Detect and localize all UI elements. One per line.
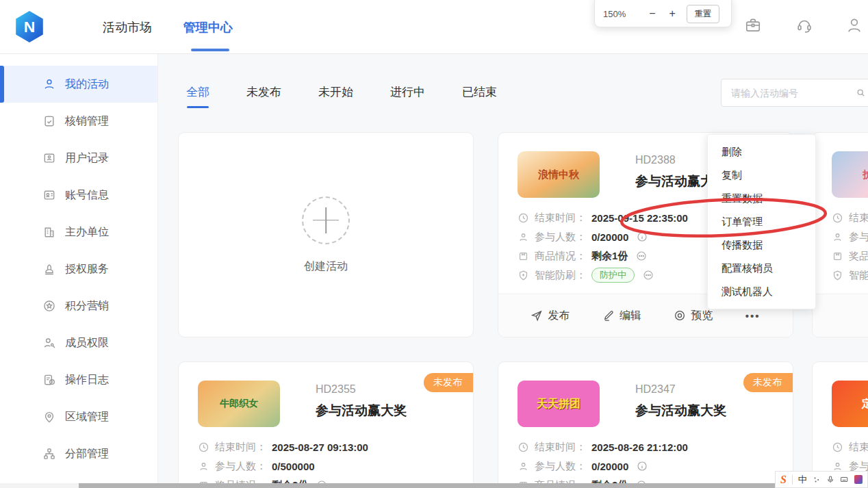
protection-status-badge: 防护中 [591,268,635,283]
status-tabs: 全部 未发布 未开始 进行中 已结束 [186,84,497,108]
activity-card-hd2347: 未发布 天天拼团 HD2347 参与活动赢大奖 结束时间： 2025-08-26… [498,361,793,488]
participants-icon [832,231,843,243]
goods-icon [518,251,529,262]
more-circle-icon[interactable] [643,270,654,281]
search-icon[interactable] [856,87,865,99]
participants-icon [518,231,529,243]
sidebar-item-label: 成员权限 [65,336,109,350]
org-chart-icon [42,447,56,461]
menu-item-copy[interactable]: 复制 [708,164,815,187]
clock-icon [518,441,529,453]
nav-management-center[interactable]: 管理中心 [183,19,233,36]
activity-thumbnail[interactable]: 护肤 [832,151,868,198]
sidebar-item-operation-log[interactable]: 操作日志 [0,361,157,398]
tab-not-started[interactable]: 未开始 [318,84,353,108]
app-logo-icon[interactable]: N [12,10,47,44]
prize-row: 奖品情况： [832,246,868,266]
tab-all[interactable]: 全部 [186,84,209,108]
menu-item-delete[interactable]: 删除 [708,140,815,164]
clock-icon [832,441,843,453]
participants-icon [518,461,529,472]
headset-icon[interactable] [795,16,813,34]
user-profile-icon[interactable] [845,16,863,34]
sidebar-item-label: 积分营销 [65,299,109,313]
sidebar-item-region-management[interactable]: 区域管理 [0,398,157,435]
menu-item-reset-data[interactable]: 重置数据 [708,187,815,210]
sidebar-item-label: 主办单位 [65,225,109,240]
preview-icon [674,309,686,322]
user-icon [42,77,56,91]
activity-thumbnail[interactable]: 天天拼团 [518,381,600,427]
menu-item-order-management[interactable]: 订单管理 [708,210,815,233]
shield-plus-icon [518,270,529,281]
clock-icon [518,212,529,224]
end-time-row: 结束时间： 2025-08-26 21:12:00 [518,437,779,457]
scrollbar-thumb[interactable] [79,483,868,488]
top-header: N 活动市场 管理中心 [0,0,868,54]
activity-title: 参与活动赢大奖 [635,402,726,420]
menu-item-configure-verifier[interactable]: 配置核销员 [708,257,815,280]
zoom-in-button[interactable]: + [669,8,676,19]
zoom-level: 150% [603,9,626,19]
briefcase-icon[interactable] [744,16,762,34]
activity-thumbnail[interactable]: 浪情中秋 [518,151,600,198]
sidebar-item-member-permissions[interactable]: 成员权限 [0,324,157,361]
activity-thumbnail[interactable]: 定时 [832,381,868,427]
activity-code: HD2355 [316,383,407,396]
clock-icon [832,212,843,224]
sidebar-item-my-activities[interactable]: 我的活动 [0,66,157,103]
activity-card-partial-top: 护肤 结束时间： 参与人数： 奖品情况： 智能防刷： 发布 [812,132,868,337]
account-card-icon [42,188,56,202]
menu-item-spread-data[interactable]: 传播数据 [708,233,815,257]
tab-in-progress[interactable]: 进行中 [390,84,425,108]
activity-card-hd2355: 未发布 牛郎织女 HD2355 参与活动赢大奖 结束时间： 2025-08-27… [178,361,474,488]
preview-button[interactable]: 预览 [674,309,713,323]
divider [792,475,793,485]
nav-activity-market[interactable]: 活动市场 [103,19,152,36]
sidebar-item-label: 分部管理 [65,447,109,461]
edit-button[interactable]: 编辑 [602,309,641,323]
sidebar-item-organizer[interactable]: 主办单位 [0,214,157,251]
medal-star-icon [42,299,56,313]
tools-dots-icon[interactable] [813,475,821,484]
tab-ended[interactable]: 已结束 [462,84,497,108]
card-actions: 发布 [813,294,868,337]
ime-mode-chinese[interactable]: 中 [798,474,807,486]
participants-row: 参与人数： [832,227,868,246]
activity-thumbnail[interactable]: 牛郎织女 [198,381,280,427]
sogou-logo-icon[interactable]: S [780,474,787,486]
keyboard-icon[interactable] [840,475,848,484]
zoom-reset-button[interactable]: 重置 [687,5,719,23]
menu-item-test-robot[interactable]: 测试机器人 [708,280,815,303]
clipboard-check-icon [42,114,56,128]
clipboard-clock-icon [42,373,56,387]
id-card-icon [42,151,56,165]
info-icon[interactable] [637,231,648,242]
create-activity-card[interactable]: 创建活动 [178,132,474,337]
sidebar-item-verification[interactable]: 核销管理 [0,103,157,140]
info-icon[interactable] [637,461,648,472]
sidebar-item-label: 核销管理 [65,114,109,129]
sidebar-item-authorization[interactable]: 授权服务 [0,251,157,287]
sidebar-item-label: 我的活动 [65,77,109,92]
sidebar-item-user-records[interactable]: 用户记录 [0,140,157,177]
sidebar-item-branch-management[interactable]: 分部管理 [0,435,157,472]
participants-row: 参与人数： 0/20000 [518,457,779,476]
sidebar-item-label: 用户记录 [65,151,109,166]
activity-card-partial-bottom: 定时 结束时间： 参与人数： [812,361,868,488]
publish-button[interactable]: 发布 [531,309,570,323]
microphone-icon[interactable] [826,475,834,484]
participants-icon [832,461,843,472]
sidebar-item-account-info[interactable]: 账号信息 [0,177,157,214]
plus-icon [302,196,350,244]
tab-unpublished[interactable]: 未发布 [246,84,281,108]
zoom-out-button[interactable]: − [649,8,655,19]
search-input[interactable] [730,87,856,99]
more-actions-button[interactable]: ••• [745,310,761,322]
stamp-icon [42,262,56,276]
more-circle-icon[interactable] [636,251,647,261]
ime-skin-icon[interactable] [854,475,863,484]
svg-text:N: N [24,18,36,36]
context-menu: 删除 复制 重置数据 订单管理 传播数据 配置核销员 测试机器人 [707,134,816,309]
sidebar-item-points-marketing[interactable]: 积分营销 [0,287,157,324]
